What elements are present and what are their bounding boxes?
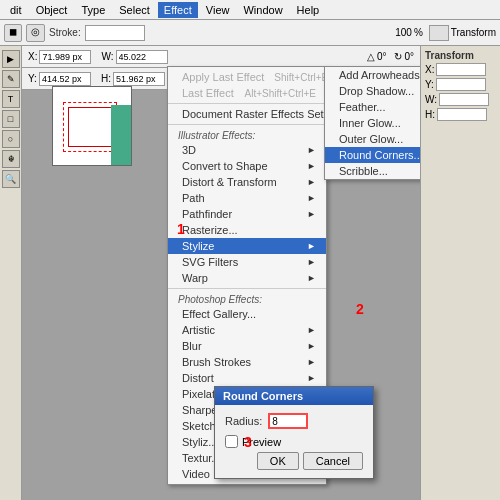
cancel-button[interactable]: Cancel	[303, 452, 363, 470]
effect-warp[interactable]: Warp►	[168, 270, 326, 286]
menu-help[interactable]: Help	[291, 2, 326, 18]
dialog-title: Round Corners	[215, 387, 373, 405]
rect-tool[interactable]: □	[2, 110, 20, 128]
right-h-input[interactable]	[437, 108, 487, 121]
props-bar: X: W: △ 0° ↻ 0°	[22, 46, 420, 68]
angle-value-2: 0°	[404, 51, 414, 62]
stroke-box	[85, 25, 145, 41]
right-panel-title: Transform	[425, 50, 496, 61]
stylize-round-corners[interactable]: Round Corners...	[325, 147, 420, 163]
ellipse-tool[interactable]: ○	[2, 130, 20, 148]
angle-icon-1: △	[367, 51, 375, 62]
round-corners-dialog: Round Corners Radius: Preview OK Cancel	[214, 386, 374, 479]
right-panel: Transform X: Y: W: H:	[420, 46, 500, 500]
canvas-area: X: W: △ 0° ↻ 0° Y: H:	[22, 46, 420, 500]
effect-menu-section-illustrator: Illustrator Effects: 3D► Convert to Shap…	[168, 125, 326, 289]
effect-svg-filters[interactable]: SVG Filters►	[168, 254, 326, 270]
radius-input[interactable]	[268, 413, 308, 429]
select-tool[interactable]: ▶	[2, 50, 20, 68]
h-input[interactable]	[113, 72, 165, 86]
effect-blur[interactable]: Blur►	[168, 338, 326, 354]
right-panel-w: W:	[425, 93, 496, 106]
preview-label: Preview	[242, 436, 281, 448]
right-x-input[interactable]	[436, 63, 486, 76]
effect-menu-section-1: Apply Last Effect Shift+Ctrl+E Last Effe…	[168, 67, 326, 104]
effect-artistic[interactable]: Artistic►	[168, 322, 326, 338]
step-2: 2	[356, 301, 364, 317]
right-panel-y: Y:	[425, 78, 496, 91]
menu-edit[interactable]: dit	[4, 2, 28, 18]
transform-label: Transform	[451, 27, 496, 38]
green-rect	[111, 105, 131, 165]
preview-row: Preview	[225, 435, 363, 448]
left-toolbar: ▶ ✎ T □ ○ ☬ 🔍	[0, 46, 22, 500]
effect-pathfinder[interactable]: Pathfinder►	[168, 206, 326, 222]
preview-checkbox[interactable]	[225, 435, 238, 448]
right-panel-h: H:	[425, 108, 496, 121]
radius-label: Radius:	[225, 415, 262, 427]
stylize-feather[interactable]: Feather...	[325, 99, 420, 115]
menu-type[interactable]: Type	[75, 2, 111, 18]
dialog-radius-row: Radius:	[225, 413, 363, 429]
effect-distort[interactable]: Distort & Transform►	[168, 174, 326, 190]
stylize-scribble[interactable]: Scribble...	[325, 163, 420, 179]
w-label: W:	[101, 51, 113, 62]
menu-window[interactable]: Window	[237, 2, 288, 18]
stroke-label: Stroke:	[49, 27, 81, 38]
ok-button[interactable]: OK	[257, 452, 299, 470]
menu-bar: dit Object Type Select Effect View Windo…	[0, 0, 500, 20]
illustrator-effects-label: Illustrator Effects:	[168, 127, 326, 142]
stylize-submenu: Add Arrowheads... Drop Shadow... Feather…	[324, 66, 420, 180]
artboard-inner	[68, 107, 112, 147]
menu-select[interactable]: Select	[113, 2, 156, 18]
pen-tool[interactable]: ✎	[2, 70, 20, 88]
dialog-content: Radius: Preview OK Cancel	[215, 405, 373, 478]
right-panel-x: X:	[425, 63, 496, 76]
document-raster-effects[interactable]: Document Raster Effects Settings...	[168, 106, 326, 122]
w-input[interactable]	[116, 50, 168, 64]
toolbar: ◼ ◎ Stroke: 100 % Transform	[0, 20, 500, 46]
toolbar-btn-2[interactable]: ◎	[26, 24, 45, 42]
apply-last-effect[interactable]: Apply Last Effect Shift+Ctrl+E	[168, 69, 326, 85]
effect-stylize[interactable]: Stylize►	[168, 238, 326, 254]
stylize-add-arrowheads[interactable]: Add Arrowheads...	[325, 67, 420, 83]
y-label: Y:	[28, 73, 37, 84]
zoom-tool[interactable]: 🔍	[2, 170, 20, 188]
effect-gallery[interactable]: Effect Gallery...	[168, 306, 326, 322]
dialog-buttons: OK Cancel	[225, 452, 363, 470]
stylize-inner-glow[interactable]: Inner Glow...	[325, 115, 420, 131]
photoshop-effects-label: Photoshop Effects:	[168, 291, 326, 306]
menu-view[interactable]: View	[200, 2, 236, 18]
last-effect[interactable]: Last Effect Alt+Shift+Ctrl+E	[168, 85, 326, 101]
type-tool[interactable]: T	[2, 90, 20, 108]
stylize-drop-shadow[interactable]: Drop Shadow...	[325, 83, 420, 99]
toolbar-btn-1[interactable]: ◼	[4, 24, 22, 42]
effect-distort-ps[interactable]: Distort►	[168, 370, 326, 386]
effect-convert[interactable]: Convert to Shape►	[168, 158, 326, 174]
effect-brush-strokes[interactable]: Brush Strokes►	[168, 354, 326, 370]
stylize-outer-glow[interactable]: Outer Glow...	[325, 131, 420, 147]
x-label: X:	[28, 51, 37, 62]
zoom-value: 100	[395, 27, 412, 38]
angle-icon-2: ↻	[394, 51, 402, 62]
main-area: ▶ ✎ T □ ○ ☬ 🔍 X: W: △ 0° ↻ 0°	[0, 46, 500, 500]
artboard-object[interactable]	[63, 102, 117, 152]
zoom-percent: %	[414, 27, 423, 38]
transform-icon	[429, 25, 449, 41]
y-input[interactable]	[39, 72, 91, 86]
right-w-input[interactable]	[439, 93, 489, 106]
h-label: H:	[101, 73, 111, 84]
effect-3d[interactable]: 3D►	[168, 142, 326, 158]
right-y-input[interactable]	[436, 78, 486, 91]
menu-effect[interactable]: Effect	[158, 2, 198, 18]
artboard	[52, 86, 132, 166]
menu-object[interactable]: Object	[30, 2, 74, 18]
angle-value-1: 0°	[377, 51, 387, 62]
effect-menu-section-2: Document Raster Effects Settings...	[168, 104, 326, 125]
effect-path[interactable]: Path►	[168, 190, 326, 206]
effect-rasterize[interactable]: Rasterize...	[168, 222, 326, 238]
x-input[interactable]	[39, 50, 91, 64]
brush-tool[interactable]: ☬	[2, 150, 20, 168]
